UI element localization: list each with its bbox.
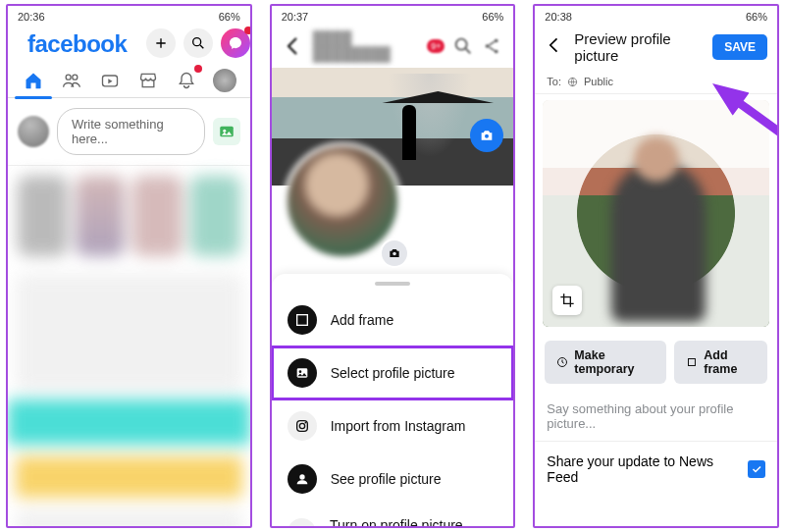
svg-point-11	[392, 252, 396, 256]
globe-icon	[567, 77, 578, 87]
tab-bar	[8, 62, 250, 98]
back-button[interactable]	[545, 35, 564, 59]
frame-icon	[686, 355, 698, 369]
to-label: To:	[547, 76, 561, 87]
bell-icon	[177, 71, 196, 90]
share-label: Share your update to News Feed	[547, 453, 748, 485]
profile-badge: 9+	[427, 39, 445, 53]
photo-icon	[218, 123, 236, 140]
picture-icon	[294, 365, 310, 381]
tab-home[interactable]	[21, 68, 46, 93]
svg-point-1	[66, 75, 71, 80]
app-header: facebook	[8, 25, 250, 62]
sheet-label: Turn on profile picture guard	[330, 517, 497, 528]
sheet-see-picture[interactable]: See profile picture	[272, 452, 514, 505]
search-button[interactable]	[452, 35, 474, 57]
svg-point-7	[486, 44, 490, 48]
sheet-label: Add frame	[331, 312, 394, 328]
svg-rect-12	[296, 315, 307, 326]
clock: 20:36	[18, 11, 45, 23]
add-photo-button[interactable]	[213, 118, 240, 145]
battery: 66%	[746, 11, 767, 23]
shield-icon	[293, 525, 309, 528]
notification-dot	[194, 65, 202, 73]
svg-point-16	[299, 423, 304, 428]
marketplace-icon	[138, 71, 158, 90]
messenger-button[interactable]	[221, 28, 250, 58]
back-arrow-icon	[282, 34, 305, 58]
search-icon	[190, 35, 206, 51]
sheet-handle[interactable]	[375, 282, 410, 286]
watch-icon	[100, 71, 120, 90]
button-label: Add frame	[704, 348, 756, 376]
share-checkbox[interactable]	[748, 460, 765, 478]
search-button[interactable]	[183, 28, 213, 58]
check-icon	[751, 463, 762, 475]
tab-watch[interactable]	[97, 68, 123, 93]
highlight-arrow	[6, 145, 65, 163]
button-label: Make temporary	[574, 348, 654, 376]
battery: 66%	[219, 11, 240, 23]
svg-rect-25	[689, 358, 696, 365]
sheet-label: Import from Instagram	[331, 418, 466, 434]
back-arrow-icon	[545, 35, 564, 55]
share-icon	[482, 35, 503, 57]
sheet-picture-guard[interactable]: Turn on profile picture guard	[272, 505, 514, 528]
search-icon	[452, 35, 474, 57]
home-icon	[24, 71, 43, 90]
clock: 20:37	[282, 11, 309, 23]
profile-hero	[272, 68, 514, 274]
friends-icon	[62, 71, 81, 90]
save-button[interactable]: SAVE	[712, 34, 767, 60]
svg-point-9	[495, 50, 498, 54]
feed-blurred	[8, 166, 250, 526]
svg-point-17	[304, 422, 306, 424]
clock-icon	[556, 355, 568, 369]
sheet-add-frame[interactable]: Add frame	[272, 293, 514, 346]
tab-friends[interactable]	[59, 68, 84, 93]
crop-button[interactable]	[552, 286, 582, 315]
status-bar: 20:37 66%	[272, 6, 514, 25]
profile-name-blurred: ████ ████████	[313, 30, 420, 62]
status-bar: 20:36 66%	[8, 6, 250, 25]
page-title: Preview profile picture	[574, 30, 703, 64]
screen-home: 20:36 66% facebook Write something here.…	[6, 4, 252, 528]
add-frame-button[interactable]: Add frame	[674, 341, 767, 384]
back-button[interactable]	[282, 34, 305, 58]
svg-point-0	[193, 38, 201, 46]
visibility-value: Public	[584, 76, 613, 87]
composer-avatar[interactable]	[18, 116, 49, 147]
make-temporary-button[interactable]: Make temporary	[545, 341, 666, 384]
clock: 20:38	[545, 11, 572, 23]
sheet-import-instagram[interactable]: Import from Instagram	[272, 399, 514, 452]
instagram-icon	[294, 418, 310, 434]
tab-menu[interactable]	[212, 68, 237, 93]
frame-icon	[294, 312, 310, 328]
sheet-label: See profile picture	[331, 471, 442, 487]
create-button[interactable]	[146, 28, 176, 58]
user-icon	[294, 471, 310, 487]
profile-header: ████ ████████ 9+	[272, 25, 514, 68]
tab-marketplace[interactable]	[135, 68, 161, 93]
composer-input[interactable]: Write something here...	[57, 108, 205, 155]
crop-icon	[559, 293, 575, 308]
sheet-select-picture[interactable]: Select profile picture	[272, 346, 514, 399]
composer: Write something here...	[8, 98, 250, 166]
status-bar: 20:38 66%	[535, 6, 777, 25]
camera-icon	[479, 128, 495, 143]
share-button[interactable]	[482, 35, 503, 57]
preview-actions: Make temporary Add frame	[535, 333, 777, 392]
notification-badge	[244, 27, 251, 34]
edit-profile-picture-button[interactable]	[380, 239, 409, 268]
screen-preview-picture: 20:38 66% Preview profile picture SAVE T…	[533, 4, 779, 528]
svg-point-18	[299, 474, 304, 479]
plus-icon	[153, 35, 169, 51]
preview-header: Preview profile picture SAVE	[535, 25, 777, 72]
share-toggle-row[interactable]: Share your update to News Feed	[535, 441, 777, 497]
svg-point-8	[495, 39, 498, 43]
highlight-arrow	[712, 75, 771, 92]
tab-notifications[interactable]	[174, 68, 199, 93]
screen-profile-options: 20:37 66% ████ ████████ 9+ Add frame Sel…	[270, 4, 516, 528]
caption-input[interactable]: Say something about your profile picture…	[535, 392, 777, 441]
battery: 66%	[482, 11, 503, 23]
